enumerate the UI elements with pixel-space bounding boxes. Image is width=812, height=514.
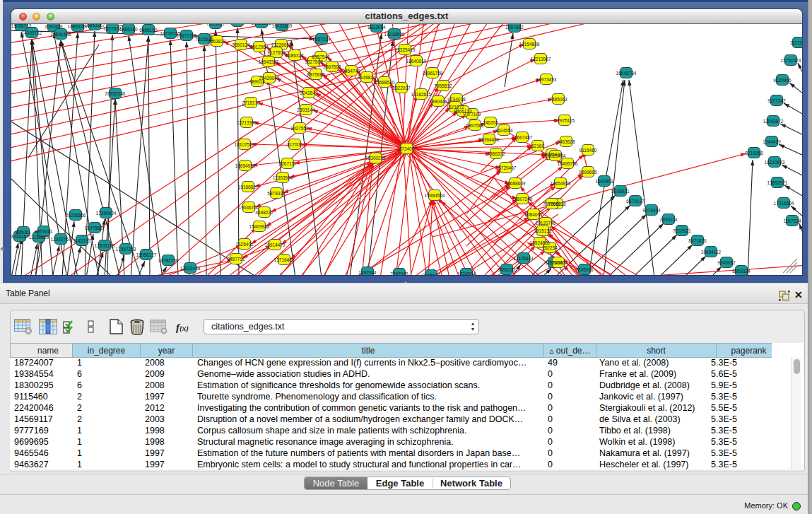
svg-text:9699695: 9699695 [579,170,597,175]
svg-text:16958127: 16958127 [136,252,157,257]
svg-text:16543382: 16543382 [259,59,279,64]
svg-text:7663821: 7663821 [206,24,225,26]
svg-text:15751074: 15751074 [781,58,801,63]
svg-text:2933114: 2933114 [660,217,678,222]
svg-text:10671355: 10671355 [177,33,197,38]
svg-text:18724007: 18724007 [396,146,417,151]
svg-text:2718170: 2718170 [242,100,260,105]
svg-text:13716485: 13716485 [274,257,295,262]
svg-text:885061: 885061 [16,230,31,235]
svg-text:8813054: 8813054 [367,25,386,30]
svg-text:10025434: 10025434 [546,153,566,158]
svg-text:17957253: 17957253 [116,247,136,252]
svg-text:1615132: 1615132 [534,228,552,233]
svg-text:19166827: 19166827 [238,185,259,189]
svg-text:4498222: 4498222 [255,210,273,215]
svg-text:7663822: 7663822 [208,39,226,44]
svg-text:8938921: 8938921 [611,189,630,194]
svg-text:9327508: 9327508 [305,59,323,64]
svg-text:9146821: 9146821 [358,75,376,80]
svg-text:18640910: 18640910 [406,59,427,64]
svg-text:7986532: 7986532 [487,151,505,156]
svg-text:7632621: 7632621 [673,228,691,233]
svg-text:14136141: 14136141 [514,256,534,261]
svg-text:9245066: 9245066 [575,267,594,272]
svg-text:17359924: 17359924 [96,211,117,216]
svg-text:7975692: 7975692 [543,201,561,206]
svg-text:2803144: 2803144 [297,107,315,112]
svg-text:10120746: 10120746 [536,221,556,226]
svg-text:8427552: 8427552 [290,126,309,131]
svg-text:18300295: 18300295 [365,156,386,160]
svg-text:16961758: 16961758 [423,71,443,76]
svg-text:13325419: 13325419 [395,47,416,52]
svg-text:7485063: 7485063 [549,97,567,102]
svg-text:15409948: 15409948 [249,224,270,229]
svg-text:989014: 989014 [249,79,265,84]
svg-text:19524851: 19524851 [530,240,551,245]
svg-text:12213389: 12213389 [237,120,257,125]
svg-text:10154808: 10154808 [519,42,540,47]
svg-text:10607487: 10607487 [512,135,533,140]
svg-text:20953346: 20953346 [105,91,126,96]
svg-text:8327546: 8327546 [312,54,330,59]
svg-text:8186328: 8186328 [286,53,304,58]
svg-text:9463628: 9463628 [557,139,575,144]
svg-text:6679197: 6679197 [626,199,645,204]
svg-text:20691406: 20691406 [51,32,71,37]
svg-text:1244419: 1244419 [763,139,781,144]
svg-text:19384554: 19384554 [425,193,445,198]
svg-text:1117204: 1117204 [790,40,802,45]
svg-text:8875685: 8875685 [307,72,325,77]
svg-text:11353594: 11353594 [273,175,293,180]
svg-text:9474444: 9474444 [642,208,661,213]
svg-text:10973493: 10973493 [536,77,557,82]
svg-text:13692921: 13692921 [767,180,788,185]
svg-text:16648784: 16648784 [616,71,637,76]
svg-text:17016504: 17016504 [774,201,794,206]
svg-text:20206556: 20206556 [66,213,86,218]
svg-text:62160: 62160 [531,144,544,148]
svg-text:8454749: 8454749 [342,69,360,74]
svg-text:8466123: 8466123 [454,109,472,114]
svg-text:2867608: 2867608 [323,64,341,69]
svg-text:19218506: 19218506 [384,32,405,37]
svg-text:16853267: 16853267 [85,24,105,28]
svg-text:9660124: 9660124 [232,42,250,47]
svg-text:12093872: 12093872 [763,119,784,124]
svg-text:8215958: 8215958 [745,151,763,156]
svg-text:817006: 817006 [287,142,302,147]
svg-text:8990448: 8990448 [429,99,447,104]
svg-text:3267110: 3267110 [279,161,297,166]
svg-text:10782759: 10782759 [158,258,179,263]
svg-text:1733427: 1733427 [549,260,567,265]
svg-text:9245052: 9245052 [717,260,736,265]
svg-text:1292344: 1292344 [358,270,377,275]
svg-text:6466160: 6466160 [119,27,138,32]
svg-text:9227342: 9227342 [767,98,786,103]
svg-text:16033809: 16033809 [272,24,293,28]
svg-text:3913757: 3913757 [11,234,29,239]
svg-text:18495756: 18495756 [558,161,578,166]
svg-text:6466160: 6466160 [139,28,158,33]
svg-text:1527602: 1527602 [103,26,122,31]
svg-text:12975115: 12975115 [555,118,575,123]
svg-text:10654112: 10654112 [701,250,722,255]
svg-text:746206: 746206 [483,120,498,125]
svg-text:8322037: 8322037 [392,86,411,90]
svg-text:18654933: 18654933 [235,163,256,168]
svg-text:9127509: 9127509 [267,50,286,55]
svg-text:1824504: 1824504 [457,271,476,275]
svg-text:9457791: 9457791 [227,257,245,262]
svg-text:7955812: 7955812 [434,83,452,88]
svg-text:9084067: 9084067 [524,212,543,217]
svg-text:9245013: 9245013 [422,273,440,275]
svg-text:1145193: 1145193 [73,238,91,243]
svg-text:12342757: 12342757 [51,237,71,242]
svg-text:6897568: 6897568 [466,123,484,128]
svg-text:3624554: 3624554 [495,128,513,133]
svg-text:18807249: 18807249 [512,197,533,201]
svg-text:5878334: 5878334 [267,191,286,196]
svg-text:19046766: 19046766 [239,205,259,210]
svg-text:13226058: 13226058 [271,42,292,47]
